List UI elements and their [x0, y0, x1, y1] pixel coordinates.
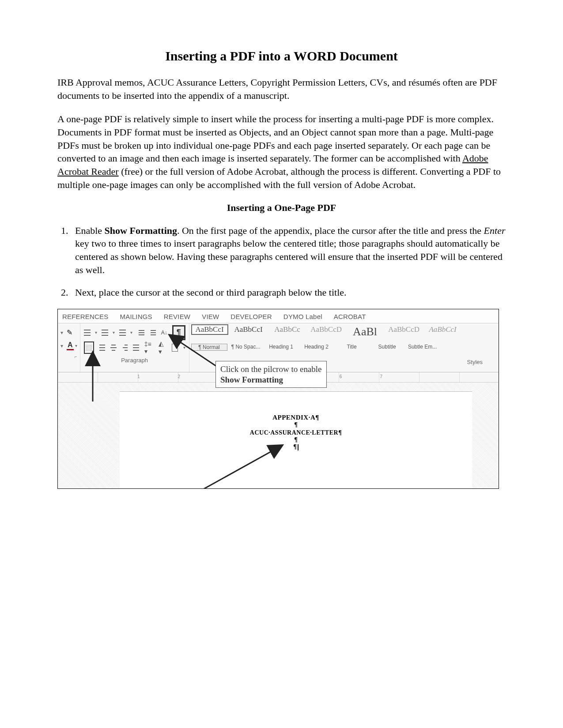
tab-acrobat[interactable]: ACROBAT [334, 313, 366, 320]
show-formatting-pilcrow-button[interactable]: ¶ [172, 325, 185, 340]
numbering-button[interactable] [102, 330, 108, 336]
style-label-subtleem: Subtle Em... [406, 344, 439, 351]
ruler-num: 4 [259, 374, 261, 379]
align-center-button[interactable] [110, 345, 116, 351]
document-page: APPENDIX·A¶ ¶ ACUC·ASSURANCE·LETTER¶ ¶ ¶ [120, 391, 472, 488]
style-sample: AaBbCcI [232, 325, 265, 334]
line-spacing-button[interactable]: ‡≡ ▾ [144, 341, 153, 355]
tab-developer[interactable]: DEVELOPER [230, 313, 272, 320]
step1-a: Enable [75, 225, 105, 236]
style-heading1[interactable]: AaBbCc [269, 324, 306, 335]
shading-highlight-box[interactable] [84, 341, 94, 354]
dropdown-icon[interactable]: ▾ [60, 330, 63, 336]
style-sample: AaBbCc [271, 325, 304, 334]
format-painter-icon[interactable]: ✎ [67, 328, 72, 337]
style-sample: AaBbCcD [310, 325, 343, 334]
step1-enter-key: Enter [484, 225, 506, 236]
ruler-num: 7 [380, 374, 382, 379]
section-subheading: Inserting a One-Page PDF [57, 202, 506, 214]
style-sample: AaBbCcI [426, 325, 460, 334]
style-sample: AaBl [348, 325, 382, 338]
align-left-button[interactable] [99, 345, 105, 351]
pilcrow-with-cursor: ¶ [120, 443, 472, 450]
text-cursor-icon [298, 444, 299, 450]
style-label-nospac: ¶ No Spac... [229, 344, 263, 351]
multilevel-button[interactable] [119, 330, 126, 336]
style-label-normal: ¶ Normal [191, 344, 227, 351]
step1-b: . On the first page of the appendix, pla… [177, 225, 484, 236]
increase-indent-button[interactable] [149, 329, 156, 336]
document-area[interactable]: APPENDIX·A¶ ¶ ACUC·ASSURANCE·LETTER¶ ¶ ¶ [58, 383, 499, 488]
style-subtle-emphasis[interactable]: AaBbCcI [424, 324, 461, 335]
style-label-h2: Heading 2 [300, 344, 333, 351]
step-2: Next, place the cursor at the second or … [71, 286, 506, 299]
decrease-indent-button[interactable] [137, 329, 144, 336]
tab-review[interactable]: REVIEW [164, 313, 190, 320]
ruler-num: 3 [218, 374, 221, 379]
appendix-subtitle-line: ACUC·ASSURANCE·LETTER¶ [120, 429, 472, 436]
word-screenshot-figure: REFERENCES MAILINGS REVIEW VIEW DEVELOPE… [57, 309, 499, 489]
bullets-button[interactable] [84, 330, 91, 336]
dropdown-icon[interactable]: ▾ [60, 343, 63, 349]
step-1: Enable Show Formatting. On the first pag… [71, 224, 506, 277]
intro-paragraph-1: IRB Approval memos, ACUC Assurance Lette… [57, 76, 506, 102]
ribbon-tabs: REFERENCES MAILINGS REVIEW VIEW DEVELOPE… [58, 309, 499, 323]
font-group-launcher[interactable]: ⌐ [60, 353, 77, 359]
styles-group: AaBbCcI AaBbCcI AaBbCc AaBbCcD AaBl AaBb… [189, 323, 499, 372]
appendix-title-line: APPENDIX·A¶ [120, 414, 472, 421]
ruler-num: 6 [340, 374, 342, 379]
font-group: ▾ ✎ ▾ A▾ ⌐ [58, 323, 80, 372]
ribbon-body: ▾ ✎ ▾ A▾ ⌐ ▾ ▾ ▾ [58, 323, 499, 372]
style-no-spacing[interactable]: AaBbCcI [230, 324, 267, 335]
align-right-button[interactable] [122, 345, 128, 351]
font-color-button[interactable]: A▾ [67, 341, 77, 350]
paragraph-group: ▾ ▾ ▾ A↓ ¶ ‡≡ ▾ [80, 323, 189, 372]
style-heading2[interactable]: AaBbCcD [308, 324, 345, 335]
word-window: REFERENCES MAILINGS REVIEW VIEW DEVELOPE… [57, 309, 499, 489]
intro-paragraph-2: A one-page PDF is relatively simple to i… [57, 113, 506, 191]
style-normal[interactable]: AaBbCcI [191, 324, 228, 335]
step1-bold: Show Formatting [105, 225, 177, 236]
style-title[interactable]: AaBl [347, 324, 384, 339]
intro2-text-a: A one-page PDF is relatively simple to i… [57, 113, 494, 164]
borders-button[interactable] [172, 344, 178, 352]
style-sample: AaBbCcD [387, 325, 421, 334]
paragraph-group-label: Paragraph [84, 354, 185, 364]
tab-view[interactable]: VIEW [202, 313, 219, 320]
page-title: Inserting a PDF into a WORD Document [57, 49, 506, 64]
style-sample: AaBbCcI [193, 325, 227, 334]
style-label-h1: Heading 1 [264, 344, 298, 351]
tab-references[interactable]: REFERENCES [62, 313, 109, 320]
intro2-text-b: (free) or the full version of Adobe Acro… [57, 166, 501, 190]
style-subtitle[interactable]: AaBbCcD [385, 324, 423, 335]
ruler-num: 5 [299, 374, 302, 379]
steps-list: Enable Show Formatting. On the first pag… [57, 224, 506, 299]
justify-button[interactable] [133, 345, 139, 351]
step1-c: key two to three times to insert paragra… [75, 238, 503, 275]
style-label-subtitle: Subtitle [370, 344, 404, 351]
ruler[interactable]: 1 2 3 4 5 6 7 [58, 372, 499, 383]
pilcrow-mark: ¶ [120, 436, 472, 443]
ruler-num: 1 [137, 374, 140, 379]
sort-button[interactable]: A↓ [160, 328, 168, 337]
pilcrow-glyph: ¶ [293, 443, 297, 450]
ruler-num: 2 [178, 374, 181, 379]
tab-dymo[interactable]: DYMO Label [283, 313, 322, 320]
styles-group-label: Styles [191, 351, 496, 365]
tab-mailings[interactable]: MAILINGS [120, 313, 152, 320]
shading-button[interactable]: ◭ ▾ [159, 340, 166, 356]
pilcrow-mark: ¶ [120, 421, 472, 428]
style-label-title: Title [335, 344, 369, 351]
